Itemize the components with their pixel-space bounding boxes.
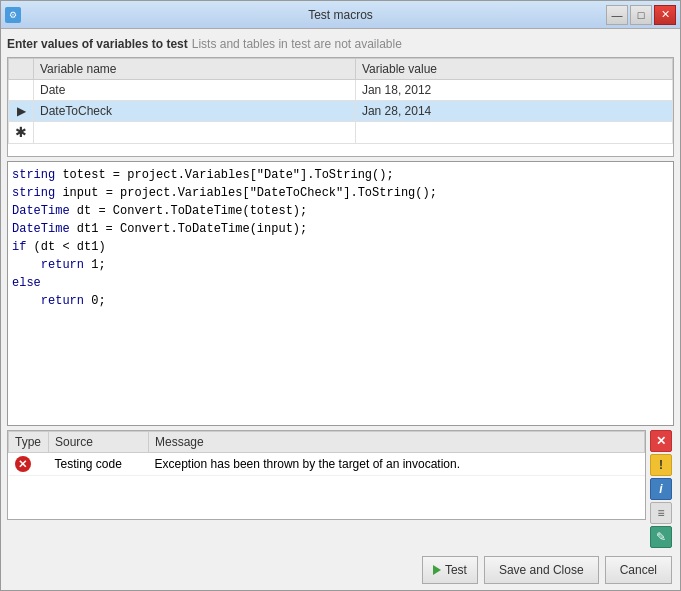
save-close-button[interactable]: Save and Close	[484, 556, 599, 584]
row-indicator	[9, 80, 34, 101]
msg-source: Testing code	[49, 453, 149, 476]
message-row: ✕ Testing code Exception has been thrown…	[9, 453, 645, 476]
col-type-header: Type	[9, 432, 49, 453]
table-row[interactable]: Date Jan 18, 2012	[9, 80, 673, 101]
cancel-button[interactable]: Cancel	[605, 556, 672, 584]
var-value-date[interactable]: Jan 18, 2012	[355, 80, 672, 101]
new-row[interactable]: ✱	[9, 122, 673, 144]
app-icon: ⚙	[5, 7, 21, 23]
close-button[interactable]: ✕	[654, 5, 676, 25]
error-icon: ✕	[15, 456, 31, 472]
col-message-header: Message	[149, 432, 645, 453]
instruction-sub: Lists and tables in test are not availab…	[192, 37, 402, 51]
maximize-button[interactable]: □	[630, 5, 652, 25]
new-row-indicator: ✱	[9, 122, 34, 144]
col-source-header: Source	[49, 432, 149, 453]
table-row[interactable]: ▶ DateToCheck Jan 28, 2014	[9, 101, 673, 122]
row-indicator-selected: ▶	[9, 101, 34, 122]
col-variable-value-header: Variable value	[355, 59, 672, 80]
col-indicator-header	[9, 59, 34, 80]
variables-table-container: Variable name Variable value Date Jan 18…	[7, 57, 674, 157]
code-line-1: string totest = project.Variables["Date"…	[12, 166, 669, 184]
edit-button[interactable]: ✎	[650, 526, 672, 548]
messages-section: Type Source Message ✕ Testing code Excep…	[7, 430, 674, 548]
code-line-8: return 0;	[12, 292, 669, 310]
code-line-3: DateTime dt = Convert.ToDateTime(totest)…	[12, 202, 669, 220]
code-line-4: DateTime dt1 = Convert.ToDateTime(input)…	[12, 220, 669, 238]
messages-table: Type Source Message ✕ Testing code Excep…	[8, 431, 645, 476]
var-name-date[interactable]: Date	[34, 80, 356, 101]
info-filter-button[interactable]: i	[650, 478, 672, 500]
title-bar-left: ⚙	[5, 7, 21, 23]
title-bar: ⚙ Test macros — □ ✕	[1, 1, 680, 29]
code-line-5: if (dt < dt1)	[12, 238, 669, 256]
filter-button[interactable]: ≡	[650, 502, 672, 524]
code-editor[interactable]: string totest = project.Variables["Date"…	[7, 161, 674, 426]
msg-type: ✕	[9, 453, 49, 476]
main-window: ⚙ Test macros — □ ✕ Enter values of vari…	[0, 0, 681, 591]
title-bar-buttons: — □ ✕	[606, 5, 676, 25]
instruction-main: Enter values of variables to test	[7, 37, 188, 51]
error-filter-button[interactable]: ✕	[650, 430, 672, 452]
var-name-datetocheck[interactable]: DateToCheck	[34, 101, 356, 122]
var-value-datetocheck[interactable]: Jan 28, 2014	[355, 101, 672, 122]
warning-filter-button[interactable]: !	[650, 454, 672, 476]
code-line-7: else	[12, 274, 669, 292]
instruction-row: Enter values of variables to test Lists …	[7, 35, 674, 53]
minimize-button[interactable]: —	[606, 5, 628, 25]
variables-table: Variable name Variable value Date Jan 18…	[8, 58, 673, 144]
col-variable-name-header: Variable name	[34, 59, 356, 80]
new-var-name[interactable]	[34, 122, 356, 144]
main-content: Enter values of variables to test Lists …	[1, 29, 680, 590]
play-icon	[433, 565, 441, 575]
side-icons-panel: ✕ ! i ≡ ✎	[650, 430, 674, 548]
code-line-2: string input = project.Variables["DateTo…	[12, 184, 669, 202]
footer: Test Save and Close Cancel	[7, 552, 674, 586]
window-title: Test macros	[308, 8, 373, 22]
new-var-value[interactable]	[355, 122, 672, 144]
msg-message: Exception has been thrown by the target …	[149, 453, 645, 476]
messages-panel: Type Source Message ✕ Testing code Excep…	[7, 430, 646, 520]
test-button[interactable]: Test	[422, 556, 478, 584]
code-line-6: return 1;	[12, 256, 669, 274]
